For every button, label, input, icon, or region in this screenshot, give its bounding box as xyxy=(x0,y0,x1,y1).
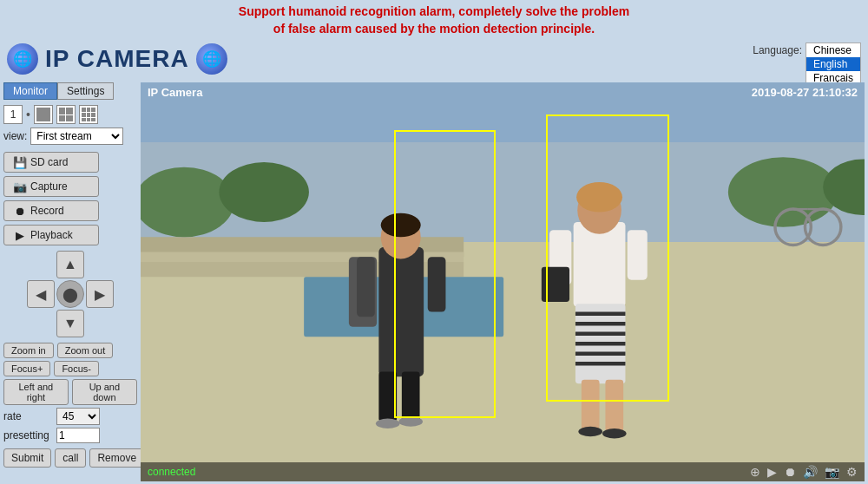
tab-bar: Monitor Settings xyxy=(3,82,137,100)
ptz-left-button[interactable]: ◀ xyxy=(27,280,55,308)
remove-button[interactable]: Remove xyxy=(89,448,144,468)
svg-point-21 xyxy=(376,419,400,429)
logo-area: 🌐 IP CAMERA 🌐 xyxy=(7,43,227,75)
capture-button[interactable]: 📷 Capture xyxy=(3,176,99,197)
zoom-row: Zoom in Zoom out xyxy=(3,343,137,358)
globe-left-icon: 🌐 xyxy=(7,43,38,75)
playback-button[interactable]: ▶ Playback xyxy=(3,225,99,245)
dot-separator: • xyxy=(26,108,30,121)
globe-right-icon: 🌐 xyxy=(196,43,227,75)
feed-ctrl-record[interactable]: ⏺ xyxy=(784,465,796,479)
grid-1-icon[interactable] xyxy=(34,105,53,124)
ptz-center-button[interactable]: ⬤ xyxy=(56,280,84,308)
feed-ctrl-zoom[interactable]: ⊕ xyxy=(750,465,760,479)
presetting-input[interactable]: 1 xyxy=(56,428,100,443)
tab-settings[interactable]: Settings xyxy=(57,82,114,100)
playback-icon: ▶ xyxy=(13,228,27,242)
up-down-button[interactable]: Up and down xyxy=(72,379,137,405)
lang-chinese[interactable]: Chinese xyxy=(806,43,860,57)
svg-point-37 xyxy=(578,427,602,437)
focus-plus-button[interactable]: Focus+ xyxy=(3,361,50,376)
main-content: Monitor Settings 1 • view: First xyxy=(0,79,868,484)
ptz-area: ▲ ◀ ⬤ ▶ ▼ xyxy=(3,251,137,337)
ptz-grid: ▲ ◀ ⬤ ▶ ▼ xyxy=(27,251,114,337)
call-button[interactable]: call xyxy=(55,448,86,468)
svg-point-8 xyxy=(219,162,309,222)
grid-4-icon[interactable] xyxy=(56,105,76,124)
feed-ctrl-audio[interactable]: 🔊 xyxy=(803,465,818,479)
feed-controls: ⊕ ▶ ⏺ 🔊 📷 ⚙ xyxy=(750,465,858,479)
feed-ctrl-play[interactable]: ▶ xyxy=(767,465,777,479)
top-banner: Support humanoid recognition alarm, comp… xyxy=(0,0,868,39)
sd-card-button[interactable]: 💾 SD card xyxy=(3,152,99,173)
sd-card-icon: 💾 xyxy=(13,155,27,169)
bottom-buttons: Submit call Remove xyxy=(3,448,137,468)
presetting-row: presetting 1 xyxy=(3,428,137,443)
pan-row: Left and right Up and down xyxy=(3,379,137,405)
svg-point-22 xyxy=(398,416,423,427)
lang-english[interactable]: English xyxy=(806,57,860,71)
capture-icon: 📷 xyxy=(13,180,27,193)
logo-text: IP CAMERA xyxy=(45,45,189,73)
detection-box-1 xyxy=(394,130,496,417)
feed-timestamp: 2019-08-27 21:10:32 xyxy=(752,86,858,99)
ptz-up-button[interactable]: ▲ xyxy=(56,251,84,278)
header: 🌐 IP CAMERA 🌐 Language: Chinese English … xyxy=(0,39,868,79)
svg-point-9 xyxy=(728,157,838,227)
rate-select[interactable]: 45 xyxy=(56,408,100,425)
zoom-in-button[interactable]: Zoom in xyxy=(3,343,54,358)
view-row: view: First stream Second stream xyxy=(3,128,137,145)
feed-status-bar: connected ⊕ ▶ ⏺ 🔊 📷 ⚙ xyxy=(141,462,865,481)
submit-button[interactable]: Submit xyxy=(3,448,51,468)
ptz-down-button[interactable]: ▼ xyxy=(56,310,84,337)
grid-9-icon[interactable] xyxy=(79,105,98,124)
feed-ctrl-settings[interactable]: ⚙ xyxy=(846,465,858,479)
banner-line2: of false alarm caused by the motion dete… xyxy=(0,21,868,38)
detection-box-2 xyxy=(546,114,669,402)
view-select[interactable]: First stream Second stream xyxy=(30,128,123,145)
focus-row: Focus+ Focus- xyxy=(3,361,137,376)
feed-overlay-top: IP Camera 2019-08-27 21:10:32 xyxy=(141,82,865,102)
presetting-label: presetting xyxy=(3,429,51,441)
left-right-button[interactable]: Left and right xyxy=(3,379,69,405)
rate-label: rate xyxy=(3,410,51,422)
focus-minus-button[interactable]: Focus- xyxy=(54,361,99,376)
feed-ctrl-snapshot[interactable]: 📷 xyxy=(825,465,839,479)
tab-monitor[interactable]: Monitor xyxy=(3,82,57,100)
zoom-out-button[interactable]: Zoom out xyxy=(57,343,113,358)
ptz-empty-tl xyxy=(27,251,55,278)
rate-row: rate 45 xyxy=(3,408,137,425)
banner-line1: Support humanoid recognition alarm, comp… xyxy=(0,3,868,21)
ptz-empty-bl xyxy=(27,310,55,337)
camera-number[interactable]: 1 xyxy=(3,105,23,124)
camera-feed: IP Camera 2019-08-27 21:10:32 connected … xyxy=(141,82,865,481)
ptz-right-button[interactable]: ▶ xyxy=(86,280,114,308)
svg-point-38 xyxy=(602,428,627,439)
camera-feed-area: IP Camera 2019-08-27 21:10:32 connected … xyxy=(141,79,868,484)
record-icon: ⏺ xyxy=(13,204,27,218)
record-button[interactable]: ⏺ Record xyxy=(3,200,99,221)
ptz-empty-br xyxy=(86,310,114,337)
camera-grid-row: 1 • xyxy=(3,105,137,124)
background-scene xyxy=(141,82,865,481)
connection-status: connected xyxy=(148,466,195,478)
language-label: Language: xyxy=(753,44,802,56)
svg-rect-23 xyxy=(357,257,375,317)
sidebar: Monitor Settings 1 • view: First xyxy=(0,79,141,484)
ptz-empty-tr xyxy=(86,251,114,278)
feed-title: IP Camera xyxy=(148,86,202,99)
view-label: view: xyxy=(3,130,27,142)
